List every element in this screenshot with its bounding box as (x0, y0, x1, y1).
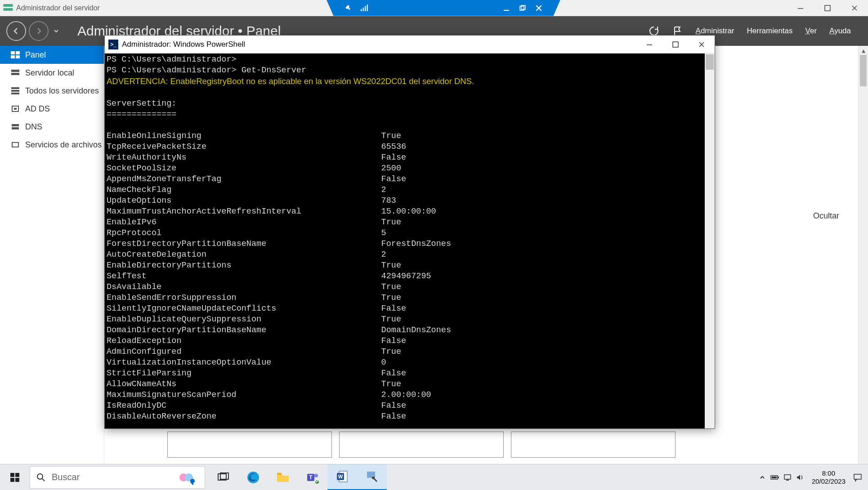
ps-minimize-button[interactable] (636, 36, 662, 53)
vm-restore-icon[interactable] (517, 3, 528, 13)
ps-maximize-button[interactable] (662, 36, 689, 53)
outer-close-button[interactable] (841, 0, 868, 16)
task-view-icon[interactable] (209, 464, 238, 490)
svg-rect-19 (11, 93, 19, 94)
scroll-thumb[interactable] (706, 54, 714, 70)
nav-back-button[interactable] (6, 21, 26, 41)
tile-placeholder[interactable] (511, 432, 676, 458)
tray-chevron-up-icon[interactable] (756, 464, 769, 490)
file-explorer-icon[interactable] (268, 464, 298, 490)
outer-window-controls (787, 0, 868, 16)
tray-network-icon[interactable] (781, 464, 794, 490)
word-icon[interactable]: W (327, 464, 357, 490)
powershell-scrollbar[interactable] (705, 53, 715, 428)
tray-volume-icon[interactable] (794, 464, 806, 490)
svg-rect-24 (12, 143, 18, 147)
ps-close-button[interactable] (689, 36, 715, 53)
svg-point-41 (314, 474, 318, 477)
nav-history-dropdown[interactable] (53, 28, 61, 34)
svg-rect-14 (16, 55, 20, 58)
taskbar: Buscar T W 8:00 20/02/2023 (0, 464, 868, 490)
sidebar-item-panel[interactable]: Panel (0, 46, 104, 64)
tile-placeholder[interactable] (167, 432, 332, 458)
svg-rect-52 (786, 480, 789, 481)
svg-rect-29 (10, 478, 14, 482)
svg-rect-1 (4, 8, 13, 11)
menu-ver[interactable]: Ver (805, 27, 817, 36)
clock-date: 20/02/2023 (812, 477, 846, 486)
search-placeholder: Buscar (52, 472, 176, 482)
outer-window: Administrador del servidor Administrador… (0, 0, 868, 490)
vm-close-icon[interactable] (533, 3, 544, 13)
tray-battery-icon[interactable] (769, 464, 781, 490)
sidebar-item-label: Servicios de archivos (25, 140, 102, 150)
menu-herramientas[interactable]: Herramientas (747, 27, 793, 36)
svg-rect-50 (772, 477, 777, 478)
svg-rect-23 (12, 127, 19, 129)
svg-rect-53 (854, 474, 861, 479)
sidebar: Panel Servidor local Todos los servidore… (0, 46, 104, 490)
hide-link[interactable]: Ocultar (813, 211, 839, 221)
svg-rect-0 (4, 4, 13, 7)
sidebar-item-servicios-archivos[interactable]: Servicios de archivos (0, 136, 104, 154)
scroll-up-icon[interactable]: ▴ (859, 46, 868, 55)
outer-window-title: Administrador del servidor (16, 4, 100, 12)
svg-rect-6 (504, 10, 509, 11)
svg-rect-22 (12, 124, 19, 126)
vm-connection-bar (100, 0, 787, 16)
sidebar-item-label: Panel (25, 50, 46, 60)
sidebar-item-servidor-local[interactable]: Servidor local (0, 64, 104, 82)
svg-point-31 (37, 474, 43, 479)
svg-rect-2 (361, 9, 362, 11)
svg-text:W: W (338, 474, 343, 479)
outer-minimize-button[interactable] (787, 0, 814, 16)
nav-forward-button[interactable] (29, 21, 49, 41)
tile-placeholder[interactable] (339, 432, 504, 458)
powershell-console[interactable]: PS C:\Users\administrador> PS C:\Users\a… (105, 53, 705, 428)
menu-ayuda[interactable]: Ayuda (829, 27, 851, 36)
outer-maximize-button[interactable] (814, 0, 841, 16)
powershell-title: Administrador: Windows PowerShell (122, 40, 245, 49)
cortana-icon[interactable] (176, 468, 198, 486)
taskbar-apps: T W (209, 464, 387, 490)
menu-administrar[interactable]: Administrar (696, 27, 734, 36)
start-button[interactable] (0, 464, 30, 490)
powershell-icon: >_ (108, 40, 118, 49)
action-center-icon[interactable] (851, 464, 864, 490)
taskbar-clock[interactable]: 8:00 20/02/2023 (812, 469, 846, 486)
svg-rect-28 (15, 473, 19, 477)
vm-minimize-icon[interactable] (501, 3, 512, 13)
svg-rect-12 (16, 51, 20, 54)
sidebar-item-dns[interactable]: DNS (0, 118, 104, 136)
main-scrollbar-vertical[interactable]: ▴ ▾ (858, 46, 868, 490)
svg-rect-17 (11, 87, 19, 89)
files-icon (10, 141, 21, 149)
svg-rect-30 (15, 478, 19, 482)
svg-rect-9 (798, 8, 803, 9)
svg-rect-25 (647, 45, 652, 45)
server-tools-icon[interactable] (357, 464, 387, 490)
svg-rect-38 (277, 473, 282, 475)
menu-administrar-label: dministrar (701, 27, 734, 35)
scroll-thumb[interactable] (860, 55, 867, 86)
tile-row (167, 432, 676, 458)
sidebar-item-todos-servidores[interactable]: Todos los servidores (0, 82, 104, 100)
svg-rect-49 (778, 477, 779, 478)
svg-rect-13 (11, 55, 15, 58)
svg-rect-11 (11, 51, 15, 54)
powershell-titlebar[interactable]: >_ Administrador: Windows PowerShell (105, 36, 715, 53)
sidebar-item-adds[interactable]: AD DS (0, 100, 104, 118)
dns-icon (10, 123, 21, 131)
signal-icon (359, 3, 370, 13)
pin-icon[interactable] (343, 3, 353, 13)
teams-icon[interactable]: T (298, 464, 327, 490)
outer-titlebar: Administrador del servidor (0, 0, 868, 16)
sidebar-item-label: Servidor local (25, 68, 74, 78)
sidebar-item-label: DNS (25, 122, 42, 132)
svg-text:T: T (309, 474, 313, 481)
dashboard-icon (10, 51, 21, 59)
edge-icon[interactable] (238, 464, 268, 490)
taskbar-search[interactable]: Buscar (30, 466, 205, 489)
svg-rect-18 (11, 90, 19, 92)
server-icon (10, 69, 21, 77)
